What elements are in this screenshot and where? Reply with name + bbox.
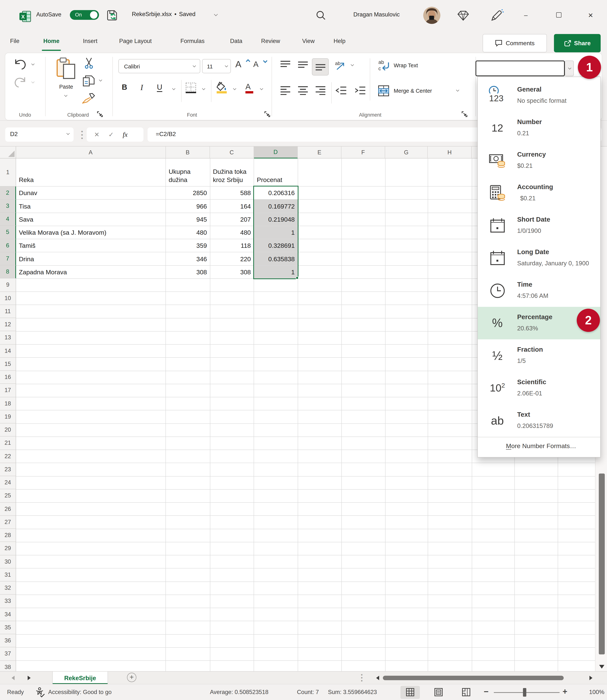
cell-A2[interactable]: Dunav [16,186,166,200]
row-header-35[interactable]: 35 [0,621,16,634]
undo-chevron-icon[interactable] [32,62,35,65]
format-option-number[interactable]: 12Number0.21 [478,112,600,144]
zoom-level[interactable]: 100% [589,689,604,696]
row-header-27[interactable]: 27 [0,516,16,529]
increase-indent-icon[interactable] [355,86,366,95]
cell-A7[interactable]: Drina [16,252,166,266]
menu-tab-page-layout[interactable]: Page Layout [119,34,152,48]
horizontal-scrollbar-thumb[interactable] [383,676,564,680]
align-right-icon[interactable] [315,86,326,95]
row-header-20[interactable]: 20 [0,424,16,437]
row-header-4[interactable]: 4 [0,213,16,226]
row-header-32[interactable]: 32 [0,581,16,595]
row-header-1[interactable]: 1 [0,159,16,186]
name-box[interactable]: D2 [5,127,74,142]
format-option-long-date[interactable]: Long DateSaturday, January 0, 1900 [478,242,600,274]
cell-A1[interactable]: Reka [16,159,166,186]
row-header-24[interactable]: 24 [0,476,16,489]
borders-icon[interactable] [185,82,196,94]
format-option-time[interactable]: Time4:57:06 AM [478,274,600,307]
merge-center-label[interactable]: Merge & Center [394,88,432,94]
row-header-10[interactable]: 10 [0,292,16,305]
row-header-14[interactable]: 14 [0,344,16,358]
share-button[interactable]: Share [554,34,601,52]
format-option-general[interactable]: 123GeneralNo specific format [478,79,600,112]
row-header-18[interactable]: 18 [0,397,16,410]
row-header-29[interactable]: 29 [0,542,16,555]
decrease-font-button[interactable]: A [253,60,269,74]
sheet-tab-rekesrbije[interactable]: RekeSrbije [52,672,108,684]
format-option-currency[interactable]: Currency$0.21 [478,144,600,177]
borders-chevron-icon[interactable] [202,87,205,90]
font-color-button[interactable]: A [246,82,253,94]
autosave-toggle[interactable]: On [70,10,99,20]
cell-A4[interactable]: Sava [16,213,166,226]
font-color-chevron-icon[interactable] [260,87,263,90]
maximize-button[interactable] [556,12,561,18]
row-header-13[interactable]: 13 [0,331,16,345]
cell-C4[interactable]: 207 [210,213,254,226]
row-header-15[interactable]: 15 [0,358,16,371]
merge-center-chevron-icon[interactable] [456,88,459,91]
premium-diamond-icon[interactable] [457,10,469,21]
orientation-chevron-icon[interactable] [351,63,354,66]
column-header-G[interactable]: G [385,146,428,159]
row-header-19[interactable]: 19 [0,410,16,424]
hscroll-right-icon[interactable] [589,676,592,680]
enter-button[interactable]: ✓ [108,131,114,139]
column-header-H[interactable]: H [428,146,472,159]
zoom-slider-thumb[interactable] [523,688,526,697]
document-title[interactable]: RekeSrbije.xlsx•Saved [132,11,195,18]
align-center-icon[interactable] [298,86,308,95]
cell-C1[interactable]: Dužina toka kroz Srbiju [210,159,254,186]
align-top-icon[interactable] [280,61,291,69]
column-header-B[interactable]: B [166,146,210,159]
row-header-9[interactable]: 9 [0,279,16,292]
sheet-nav-left-icon[interactable] [12,676,15,680]
row-header-31[interactable]: 31 [0,569,16,582]
row-header-5[interactable]: 5 [0,226,16,239]
sheet-nav-right-icon[interactable] [28,676,30,680]
cell-D1[interactable]: Procenat [254,159,298,186]
row-header-36[interactable]: 36 [0,634,16,647]
row-header-25[interactable]: 25 [0,489,16,503]
bold-button[interactable]: B [122,83,127,91]
menu-tab-view[interactable]: View [302,34,315,48]
menu-tab-review[interactable]: Review [261,34,280,48]
row-header-22[interactable]: 22 [0,450,16,463]
zoom-out-button[interactable]: − [484,687,488,697]
cell-C6[interactable]: 118 [210,239,254,252]
row-header-37[interactable]: 37 [0,647,16,661]
format-option-short-date[interactable]: Short Date1/0/1900 [478,209,600,242]
format-option-text[interactable]: abText0.206315789 [478,404,600,437]
number-format-combobox[interactable] [476,61,565,76]
copy-icon[interactable] [83,75,95,87]
menu-tab-help[interactable]: Help [334,34,346,48]
cell-A6[interactable]: Tamiš [16,239,166,252]
insert-function-button[interactable]: fx [123,131,128,139]
cell-B3[interactable]: 966 [166,200,210,213]
normal-view-button[interactable] [406,688,414,696]
row-header-2[interactable]: 2 [0,186,16,200]
clipboard-dialog-launcher[interactable] [97,111,103,117]
font-dialog-launcher[interactable] [265,111,270,117]
cell-B7[interactable]: 346 [166,252,210,266]
vertical-scrollbar-thumb[interactable] [599,474,605,654]
row-header-28[interactable]: 28 [0,529,16,542]
more-number-formats-item[interactable]: More Number Formats… [506,442,576,450]
cell-C8[interactable]: 308 [210,265,254,279]
format-option-accounting[interactable]: Accounting$0.21 [478,177,600,209]
page-layout-view-button[interactable] [435,688,443,696]
cell-A5[interactable]: Velika Morava (sa J. Moravom) [16,226,166,239]
save-sync-icon[interactable] [106,10,118,21]
close-button[interactable]: ✕ [588,12,593,19]
row-header-8[interactable]: 8 [0,265,16,279]
row-header-3[interactable]: 3 [0,200,16,213]
row-header-21[interactable]: 21 [0,437,16,450]
underline-chevron-icon[interactable] [172,87,175,90]
format-option-fraction[interactable]: ½Fraction1/5 [478,339,600,372]
row-header-11[interactable]: 11 [0,305,16,318]
paste-chevron-icon[interactable] [64,94,67,97]
cell-B6[interactable]: 359 [166,239,210,252]
comments-button[interactable]: Comments [483,34,547,52]
